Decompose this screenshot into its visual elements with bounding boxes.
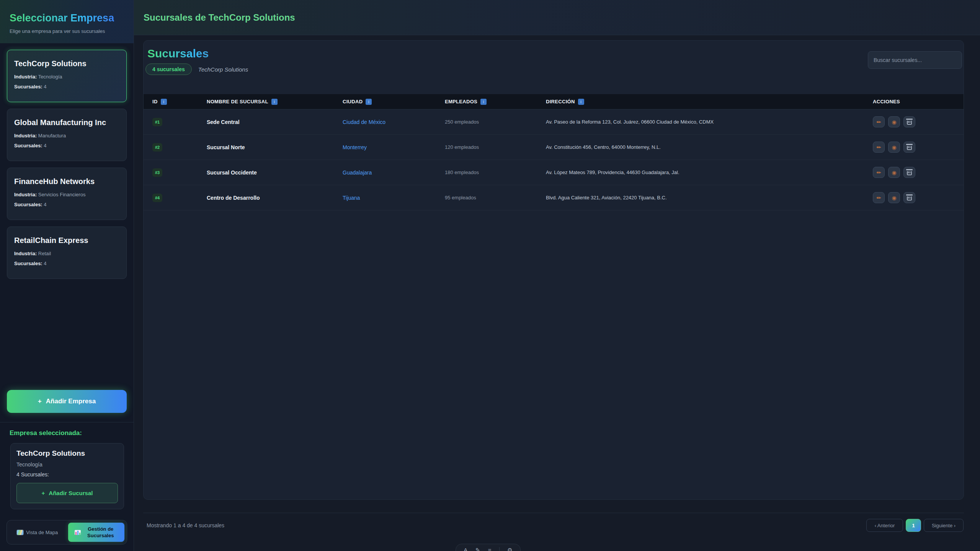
branches-label: Sucursales:: [14, 202, 42, 207]
previous-page-button[interactable]: ‹ Anterior: [866, 519, 903, 532]
delete-button[interactable]: [903, 142, 915, 153]
branch-management-label: Gestión de Sucursales: [83, 526, 118, 539]
trash-icon: [907, 121, 912, 125]
edit-button[interactable]: ✏: [873, 116, 885, 127]
column-header-address[interactable]: DIRECCIÓN↕: [546, 99, 873, 105]
company-industry-line: Industria: Manufactura: [14, 132, 119, 139]
pen-icon[interactable]: ✎: [475, 547, 480, 551]
delete-button[interactable]: [903, 116, 915, 127]
column-header-name[interactable]: NOMBRE DE SUCURSAL↕: [207, 99, 343, 105]
company-card-global-manufacturing[interactable]: Global Manufacturing Inc Industria: Manu…: [7, 109, 127, 161]
company-list: TechCorp Solutions Industria: Tecnología…: [0, 43, 134, 279]
city-link[interactable]: Monterrey: [343, 144, 445, 150]
view-button[interactable]: ◉: [888, 142, 900, 153]
branches-label: Sucursales:: [14, 84, 42, 90]
company-branches-line: Sucursales: 4: [14, 260, 119, 267]
table-header-row: ID↕ NOMBRE DE SUCURSAL↕ CIUDAD↕ EMPLEADO…: [144, 94, 964, 109]
top-bar: Sucursales de TechCorp Solutions: [134, 0, 980, 35]
selected-company-industry: Tecnología: [16, 461, 118, 468]
trash-icon: [907, 171, 912, 175]
branch-count-badge: 4 sucursales: [145, 64, 192, 75]
employees-count: 180 empleados: [445, 170, 546, 175]
column-label: CIUDAD: [343, 99, 363, 104]
edit-button[interactable]: ✏: [873, 192, 885, 203]
city-link[interactable]: Guadalajara: [343, 170, 445, 176]
city-link[interactable]: Tijuana: [343, 195, 445, 201]
sort-icon: ↕: [480, 99, 487, 105]
trash-icon: [907, 146, 912, 150]
selected-company-heading: Empresa seleccionada:: [10, 429, 124, 437]
view-button[interactable]: ◉: [888, 192, 900, 203]
column-header-employees[interactable]: EMPLEADOS↕: [445, 99, 546, 105]
row-actions: ✏ ◉: [873, 116, 964, 127]
add-company-button[interactable]: + Añadir Empresa: [7, 390, 127, 413]
row-id-badge: #2: [152, 143, 162, 152]
sidebar-subtitle: Elige una empresa para ver sus sucursale…: [10, 28, 124, 34]
column-label: NOMBRE DE SUCURSAL: [207, 99, 268, 104]
row-id-badge: #4: [152, 194, 162, 202]
company-branches-line: Sucursales: 4: [14, 83, 119, 90]
column-label: ID: [152, 99, 158, 104]
row-actions: ✏ ◉: [873, 192, 964, 203]
gear-icon[interactable]: ⚙: [507, 547, 512, 551]
company-name: RetailChain Express: [14, 236, 119, 245]
next-page-button[interactable]: Siguiente ›: [924, 519, 964, 532]
company-branches-line: Sucursales: 4: [14, 142, 119, 149]
map-view-button[interactable]: Vista de Mapa: [9, 523, 66, 542]
branch-management-button[interactable]: Gestión de Sucursales: [68, 523, 125, 542]
panel-title: Sucursales: [147, 47, 209, 60]
employees-count: 250 empleados: [445, 119, 546, 125]
map-icon: [17, 530, 23, 535]
industry-value: Retail: [38, 251, 51, 256]
company-name: FinanceHub Networks: [14, 177, 119, 186]
current-page-button[interactable]: 1: [906, 519, 921, 532]
company-branches-line: Sucursales: 4: [14, 201, 119, 208]
sidebar-header: Seleccionar Empresa Elige una empresa pa…: [0, 0, 134, 43]
company-tag: TechCorp Solutions: [198, 66, 248, 73]
column-header-city[interactable]: CIUDAD↕: [343, 99, 445, 105]
table-row: #4 Centro de Desarrollo Tijuana 95 emple…: [144, 185, 964, 210]
pencil-icon: ✏: [877, 195, 881, 201]
table-row: #3 Sucursal Occidente Guadalajara 180 em…: [144, 160, 964, 185]
sort-icon: ↕: [161, 99, 167, 105]
view-button[interactable]: ◉: [888, 116, 900, 127]
view-button[interactable]: ◉: [888, 167, 900, 178]
branches-value: 4: [44, 143, 46, 148]
sort-icon: ↕: [578, 99, 584, 105]
industry-label: Industria:: [14, 192, 37, 197]
app-root: Seleccionar Empresa Elige una empresa pa…: [0, 0, 980, 551]
table-row: #2 Sucursal Norte Monterrey 120 empleado…: [144, 135, 964, 160]
industry-value: Servicios Financieros: [38, 192, 86, 197]
edit-button[interactable]: ✏: [873, 142, 885, 153]
industry-value: Manufactura: [38, 133, 66, 139]
add-branch-button[interactable]: + Añadir Sucursal: [16, 483, 118, 503]
delete-button[interactable]: [903, 192, 915, 203]
branches-panel: Sucursales 4 sucursales TechCorp Solutio…: [143, 40, 964, 500]
pencil-icon: ✏: [877, 119, 881, 125]
edit-button[interactable]: ✏: [873, 167, 885, 178]
add-branch-label: Añadir Sucursal: [49, 490, 93, 496]
column-label: EMPLEADOS: [445, 99, 477, 104]
company-industry-line: Industria: Tecnología: [14, 73, 119, 80]
employees-count: 120 empleados: [445, 144, 546, 150]
city-link[interactable]: Ciudad de México: [343, 119, 445, 125]
menu-lines-icon[interactable]: ≡: [488, 547, 492, 551]
pagination: ‹ Anterior 1 Siguiente ›: [866, 519, 964, 532]
page-title: Sucursales de TechCorp Solutions: [144, 12, 295, 23]
eye-icon: ◉: [892, 119, 896, 125]
results-summary: Mostrando 1 a 4 de 4 sucursales: [147, 522, 224, 528]
selected-company-section: Empresa seleccionada: TechCorp Solutions…: [0, 422, 134, 509]
industry-value: Tecnología: [38, 74, 62, 80]
delete-button[interactable]: [903, 167, 915, 178]
eye-icon: ◉: [892, 170, 896, 175]
dock-divider: [499, 547, 500, 551]
column-header-actions: ACCIONES: [873, 99, 964, 104]
company-card-retailchain[interactable]: RetailChain Express Industria: Retail Su…: [7, 227, 127, 279]
company-name: Global Manufacturing Inc: [14, 118, 119, 127]
company-card-financehub[interactable]: FinanceHub Networks Industria: Servicios…: [7, 168, 127, 220]
search-input[interactable]: [868, 51, 962, 69]
company-card-techcorp[interactable]: TechCorp Solutions Industria: Tecnología…: [7, 50, 127, 102]
column-header-id[interactable]: ID↕: [152, 99, 207, 105]
trash-icon: [907, 196, 912, 201]
font-size-icon[interactable]: A: [464, 547, 467, 551]
